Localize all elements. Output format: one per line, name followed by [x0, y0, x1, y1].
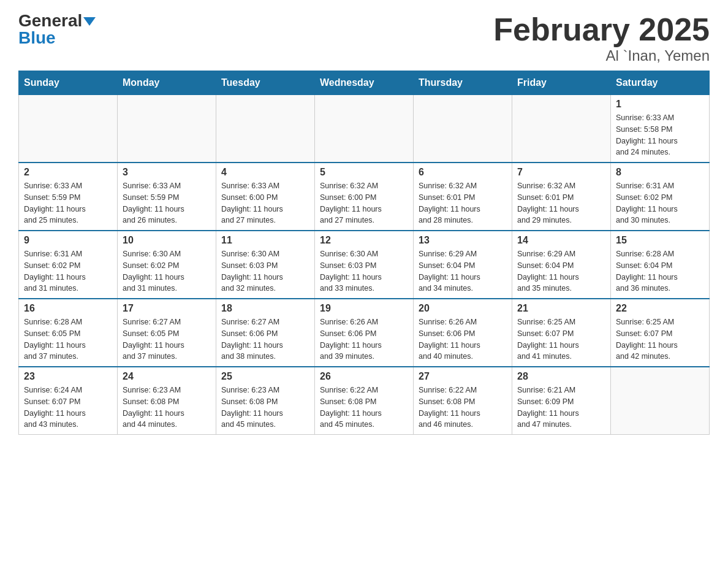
day-info: Sunrise: 6:29 AMSunset: 6:04 PMDaylight:…	[517, 248, 605, 294]
day-info: Sunrise: 6:22 AMSunset: 6:08 PMDaylight:…	[419, 385, 507, 431]
table-row: 4Sunrise: 6:33 AMSunset: 6:00 PMDaylight…	[216, 163, 315, 231]
table-row: 21Sunrise: 6:25 AMSunset: 6:07 PMDayligh…	[512, 299, 611, 367]
day-info: Sunrise: 6:32 AMSunset: 6:01 PMDaylight:…	[419, 180, 507, 226]
table-row: 23Sunrise: 6:24 AMSunset: 6:07 PMDayligh…	[19, 367, 118, 435]
day-number: 16	[24, 303, 112, 314]
day-number: 15	[616, 235, 704, 246]
table-row: 1Sunrise: 6:33 AMSunset: 5:58 PMDaylight…	[611, 95, 710, 163]
calendar-table: Sunday Monday Tuesday Wednesday Thursday…	[18, 71, 710, 435]
day-info: Sunrise: 6:30 AMSunset: 6:02 PMDaylight:…	[123, 248, 211, 294]
day-number: 4	[221, 167, 309, 178]
day-number: 6	[419, 167, 507, 178]
day-info: Sunrise: 6:33 AMSunset: 5:58 PMDaylight:…	[616, 112, 704, 158]
day-number: 23	[24, 371, 112, 382]
calendar-header-row: Sunday Monday Tuesday Wednesday Thursday…	[19, 71, 710, 95]
day-number: 3	[123, 167, 211, 178]
day-number: 20	[419, 303, 507, 314]
day-info: Sunrise: 6:32 AMSunset: 6:00 PMDaylight:…	[320, 180, 408, 226]
table-row: 14Sunrise: 6:29 AMSunset: 6:04 PMDayligh…	[512, 231, 611, 299]
table-row	[414, 95, 512, 163]
table-row: 19Sunrise: 6:26 AMSunset: 6:06 PMDayligh…	[315, 299, 414, 367]
day-info: Sunrise: 6:22 AMSunset: 6:08 PMDaylight:…	[320, 385, 408, 431]
day-info: Sunrise: 6:21 AMSunset: 6:09 PMDaylight:…	[517, 385, 605, 431]
day-info: Sunrise: 6:26 AMSunset: 6:06 PMDaylight:…	[419, 316, 507, 362]
day-info: Sunrise: 6:25 AMSunset: 6:07 PMDaylight:…	[517, 316, 605, 362]
table-row: 16Sunrise: 6:28 AMSunset: 6:05 PMDayligh…	[19, 299, 118, 367]
table-row: 25Sunrise: 6:23 AMSunset: 6:08 PMDayligh…	[216, 367, 315, 435]
table-row	[19, 95, 118, 163]
logo-triangle-icon	[83, 17, 96, 26]
day-info: Sunrise: 6:26 AMSunset: 6:06 PMDaylight:…	[320, 316, 408, 362]
logo-general-text: General	[18, 11, 82, 30]
day-number: 28	[517, 371, 605, 382]
day-number: 11	[221, 235, 309, 246]
table-row: 24Sunrise: 6:23 AMSunset: 6:08 PMDayligh…	[118, 367, 216, 435]
calendar-title: February 2025	[493, 12, 710, 47]
logo-top: General	[18, 12, 96, 29]
table-row: 27Sunrise: 6:22 AMSunset: 6:08 PMDayligh…	[414, 367, 512, 435]
day-number: 9	[24, 235, 112, 246]
table-row: 17Sunrise: 6:27 AMSunset: 6:05 PMDayligh…	[118, 299, 216, 367]
table-row	[512, 95, 611, 163]
table-row: 26Sunrise: 6:22 AMSunset: 6:08 PMDayligh…	[315, 367, 414, 435]
day-number: 8	[616, 167, 704, 178]
day-number: 24	[123, 371, 211, 382]
table-row: 10Sunrise: 6:30 AMSunset: 6:02 PMDayligh…	[118, 231, 216, 299]
table-row	[611, 367, 710, 435]
table-row: 7Sunrise: 6:32 AMSunset: 6:01 PMDaylight…	[512, 163, 611, 231]
day-info: Sunrise: 6:30 AMSunset: 6:03 PMDaylight:…	[221, 248, 309, 294]
calendar-subtitle: Al `Inan, Yemen	[493, 47, 710, 64]
day-info: Sunrise: 6:23 AMSunset: 6:08 PMDaylight:…	[221, 385, 309, 431]
day-info: Sunrise: 6:28 AMSunset: 6:05 PMDaylight:…	[24, 316, 112, 362]
day-info: Sunrise: 6:24 AMSunset: 6:07 PMDaylight:…	[24, 385, 112, 431]
day-info: Sunrise: 6:27 AMSunset: 6:05 PMDaylight:…	[123, 316, 211, 362]
col-header-wednesday: Wednesday	[315, 71, 414, 95]
table-row: 11Sunrise: 6:30 AMSunset: 6:03 PMDayligh…	[216, 231, 315, 299]
day-number: 19	[320, 303, 408, 314]
table-row: 20Sunrise: 6:26 AMSunset: 6:06 PMDayligh…	[414, 299, 512, 367]
table-row: 3Sunrise: 6:33 AMSunset: 5:59 PMDaylight…	[118, 163, 216, 231]
title-block: February 2025 Al `Inan, Yemen	[493, 12, 710, 64]
col-header-monday: Monday	[118, 71, 216, 95]
page-header: General Blue February 2025 Al `Inan, Yem…	[18, 12, 710, 64]
day-number: 14	[517, 235, 605, 246]
table-row: 18Sunrise: 6:27 AMSunset: 6:06 PMDayligh…	[216, 299, 315, 367]
day-info: Sunrise: 6:27 AMSunset: 6:06 PMDaylight:…	[221, 316, 309, 362]
day-info: Sunrise: 6:29 AMSunset: 6:04 PMDaylight:…	[419, 248, 507, 294]
day-info: Sunrise: 6:33 AMSunset: 6:00 PMDaylight:…	[221, 180, 309, 226]
day-info: Sunrise: 6:30 AMSunset: 6:03 PMDaylight:…	[320, 248, 408, 294]
table-row: 22Sunrise: 6:25 AMSunset: 6:07 PMDayligh…	[611, 299, 710, 367]
day-info: Sunrise: 6:25 AMSunset: 6:07 PMDaylight:…	[616, 316, 704, 362]
day-number: 1	[616, 99, 704, 110]
col-header-saturday: Saturday	[611, 71, 710, 95]
day-number: 12	[320, 235, 408, 246]
col-header-thursday: Thursday	[414, 71, 512, 95]
table-row	[315, 95, 414, 163]
col-header-friday: Friday	[512, 71, 611, 95]
table-row: 2Sunrise: 6:33 AMSunset: 5:59 PMDaylight…	[19, 163, 118, 231]
table-row: 15Sunrise: 6:28 AMSunset: 6:04 PMDayligh…	[611, 231, 710, 299]
day-info: Sunrise: 6:31 AMSunset: 6:02 PMDaylight:…	[616, 180, 704, 226]
table-row: 8Sunrise: 6:31 AMSunset: 6:02 PMDaylight…	[611, 163, 710, 231]
day-number: 18	[221, 303, 309, 314]
day-info: Sunrise: 6:33 AMSunset: 5:59 PMDaylight:…	[123, 180, 211, 226]
table-row	[118, 95, 216, 163]
day-info: Sunrise: 6:33 AMSunset: 5:59 PMDaylight:…	[24, 180, 112, 226]
table-row: 12Sunrise: 6:30 AMSunset: 6:03 PMDayligh…	[315, 231, 414, 299]
day-number: 7	[517, 167, 605, 178]
table-row	[216, 95, 315, 163]
day-number: 26	[320, 371, 408, 382]
day-number: 13	[419, 235, 507, 246]
logo-blue-text: Blue	[18, 28, 56, 47]
day-number: 10	[123, 235, 211, 246]
table-row: 6Sunrise: 6:32 AMSunset: 6:01 PMDaylight…	[414, 163, 512, 231]
day-number: 17	[123, 303, 211, 314]
table-row: 9Sunrise: 6:31 AMSunset: 6:02 PMDaylight…	[19, 231, 118, 299]
logo: General Blue	[18, 12, 96, 47]
day-number: 21	[517, 303, 605, 314]
day-info: Sunrise: 6:31 AMSunset: 6:02 PMDaylight:…	[24, 248, 112, 294]
day-number: 2	[24, 167, 112, 178]
day-info: Sunrise: 6:28 AMSunset: 6:04 PMDaylight:…	[616, 248, 704, 294]
table-row: 5Sunrise: 6:32 AMSunset: 6:00 PMDaylight…	[315, 163, 414, 231]
day-number: 5	[320, 167, 408, 178]
